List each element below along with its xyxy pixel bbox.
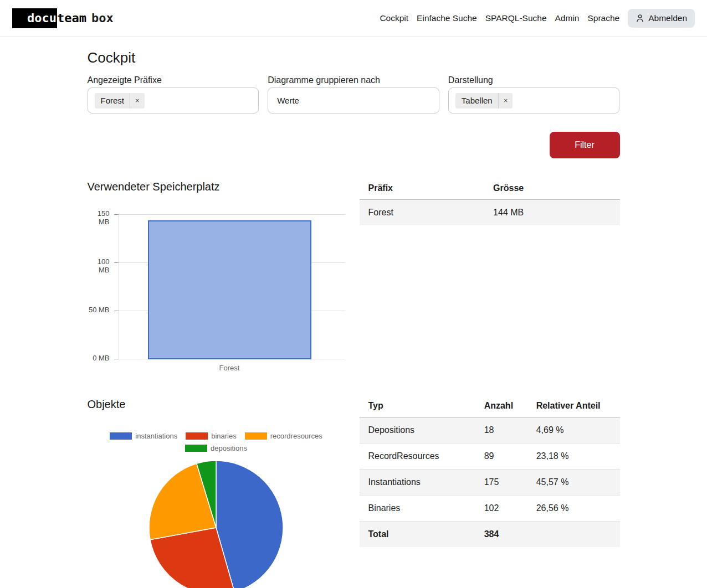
x-axis-category-label: Forest xyxy=(114,364,345,372)
chip-tabellen-label: Tabellen xyxy=(455,93,498,109)
axis-tick xyxy=(114,311,119,311)
table-cell: 26,56 % xyxy=(527,496,620,522)
field-display: Darstellung Tabellen × xyxy=(448,74,620,114)
table-row: Depositions184,69 % xyxy=(360,417,620,443)
y-axis-tick-label: 50 MB xyxy=(88,306,110,314)
objects-chart-column: Objekte instantiationsbinariesrecordreso… xyxy=(88,397,345,588)
storage-section: Verwendeter Speicherplatz 0 MB50 MB100 M… xyxy=(88,179,620,375)
column-header: Grösse xyxy=(484,179,619,200)
main-content: Cockpit Angezeigte Präfixe Forest × Diag… xyxy=(88,48,620,588)
table-cell: 144 MB xyxy=(484,200,619,226)
table-row: Forest144 MB xyxy=(360,200,620,226)
table-header-row: TypAnzahlRelativer Anteil xyxy=(360,397,620,417)
logo-box: box xyxy=(91,11,114,25)
page-title: Cockpit xyxy=(88,48,620,68)
group-by-select[interactable]: Werte xyxy=(268,87,439,114)
logo-docu: docu xyxy=(12,8,57,28)
display-label: Darstellung xyxy=(448,74,620,86)
table-row: Binaries10226,56 % xyxy=(360,496,620,522)
column-header: Typ xyxy=(360,397,475,417)
nav-admin[interactable]: Admin xyxy=(555,11,580,25)
table-row: RecordResources8923,18 % xyxy=(360,443,620,470)
legend-label: instantiations xyxy=(135,432,177,440)
objects-pie-chart xyxy=(147,458,285,588)
table-cell: Total xyxy=(360,522,475,548)
pie-chart-wrap xyxy=(88,458,345,588)
legend-label: binaries xyxy=(211,432,237,440)
y-axis-tick-label: 100 MB xyxy=(88,257,110,274)
table-cell: 18 xyxy=(475,417,527,443)
axis-tick xyxy=(114,262,119,263)
person-icon xyxy=(636,14,644,23)
logo-team: team xyxy=(57,11,86,25)
nav-einfache-suche[interactable]: Einfache Suche xyxy=(417,11,477,25)
logout-button[interactable]: Abmelden xyxy=(628,9,695,28)
table-cell: 45,57 % xyxy=(527,470,620,496)
legend-label: recordresources xyxy=(270,432,322,440)
field-group-by: Diagramme gruppieren nach Werte xyxy=(268,74,439,114)
bar-forest[interactable] xyxy=(148,220,311,359)
column-header: Relativer Anteil xyxy=(527,397,620,417)
table-cell: RecordResources xyxy=(360,443,475,470)
storage-section-title: Verwendeter Speicherplatz xyxy=(88,179,345,194)
legend-item-depositions: depositions xyxy=(185,444,247,452)
chip-tabellen-remove-icon[interactable]: × xyxy=(498,93,513,109)
table-row: Instantiations17545,57 % xyxy=(360,470,620,496)
legend-swatch xyxy=(110,432,132,440)
table-cell: Forest xyxy=(360,200,485,226)
table-cell: Instantiations xyxy=(360,470,475,496)
table-cell xyxy=(527,522,620,548)
storage-table-column: PräfixGrösseForest144 MB xyxy=(360,179,620,225)
legend-label: depositions xyxy=(211,444,247,452)
bar-plot-area xyxy=(114,209,345,359)
filter-actions: Filter xyxy=(88,132,620,158)
group-by-label: Diagramme gruppieren nach xyxy=(268,74,439,86)
group-by-value: Werte xyxy=(275,96,299,105)
gridline xyxy=(114,214,345,215)
legend-swatch xyxy=(245,432,267,440)
table-cell: 89 xyxy=(475,443,527,470)
table-cell: 23,18 % xyxy=(527,443,620,470)
chip-forest: Forest × xyxy=(95,93,145,109)
storage-bar-chart: 0 MB50 MB100 MB150 MBForest xyxy=(88,209,345,375)
table-total-row: Total384 xyxy=(360,522,620,548)
prefixes-multiselect[interactable]: Forest × xyxy=(88,87,259,114)
table-cell: 102 xyxy=(475,496,527,522)
legend-item-recordresources: recordresources xyxy=(245,432,322,440)
objects-section: Objekte instantiationsbinariesrecordreso… xyxy=(88,397,620,588)
y-axis-tick-label: 150 MB xyxy=(88,209,110,226)
storage-chart-column: Verwendeter Speicherplatz 0 MB50 MB100 M… xyxy=(88,179,345,375)
chip-tabellen: Tabellen × xyxy=(455,93,513,109)
chip-forest-remove-icon[interactable]: × xyxy=(130,93,145,109)
nav-cockpit[interactable]: Cockpit xyxy=(380,11,408,25)
legend-item-binaries: binaries xyxy=(186,432,237,440)
main-nav: Cockpit Einfache Suche SPARQL-Suche Admi… xyxy=(380,9,695,28)
objects-table: TypAnzahlRelativer AnteilDepositions184,… xyxy=(360,397,620,547)
chip-forest-label: Forest xyxy=(95,93,130,109)
table-cell: Depositions xyxy=(360,417,475,443)
table-cell: 384 xyxy=(475,522,527,548)
table-cell: 175 xyxy=(475,470,527,496)
app-logo[interactable]: docuteambox xyxy=(12,8,114,28)
y-axis-line xyxy=(119,215,119,359)
nav-sprache[interactable]: Sprache xyxy=(587,11,619,25)
nav-sparql-suche[interactable]: SPARQL-Suche xyxy=(485,11,547,25)
logout-label: Abmelden xyxy=(648,13,687,23)
axis-tick xyxy=(114,214,119,215)
prefixes-label: Angezeigte Präfixe xyxy=(88,74,259,86)
filter-bar: Angezeigte Präfixe Forest × Diagramme gr… xyxy=(88,74,620,114)
filter-button[interactable]: Filter xyxy=(550,132,620,158)
top-nav-bar: docuteambox Cockpit Einfache Suche SPARQ… xyxy=(0,0,707,37)
table-cell: 4,69 % xyxy=(527,417,620,443)
table-cell: Binaries xyxy=(360,496,475,522)
y-axis-tick-label: 0 MB xyxy=(88,354,110,362)
legend-item-instantiations: instantiations xyxy=(110,432,177,440)
table-header-row: PräfixGrösse xyxy=(360,179,620,200)
field-prefixes: Angezeigte Präfixe Forest × xyxy=(88,74,259,114)
storage-table: PräfixGrösseForest144 MB xyxy=(360,179,620,225)
objects-section-title: Objekte xyxy=(88,397,345,412)
legend-swatch xyxy=(186,432,208,440)
display-multiselect[interactable]: Tabellen × xyxy=(448,87,620,114)
legend-swatch xyxy=(185,445,207,452)
pie-legend: instantiationsbinariesrecordresourcesdep… xyxy=(105,432,327,452)
